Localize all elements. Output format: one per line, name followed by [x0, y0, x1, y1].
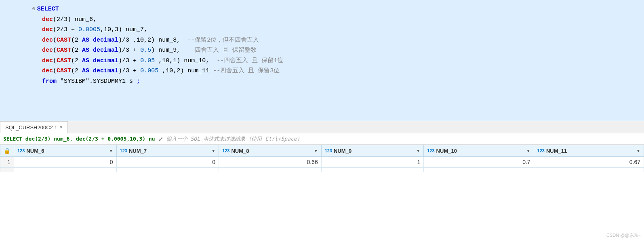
collapse-icon[interactable]: ⊖ — [32, 5, 36, 14]
code-line-8: from "SYSIBM".SYSDUMMY1 s ; — [32, 76, 644, 87]
cell-2-num8 — [219, 168, 322, 172]
watermark: CSDN @@东东~ — [606, 232, 641, 238]
results-table: 🔒 123 NUM_6 ▼ 123 NUM_7 ▼ — [0, 145, 644, 172]
fn-dec-5: dec — [42, 56, 53, 66]
result-tab[interactable]: SQL_CURSH200C2 1 × — [0, 121, 68, 133]
table-row: 1 0 0 0.66 1 0.7 0.67 — [0, 157, 644, 168]
fn-dec-3: dec — [42, 35, 53, 46]
fn-dec-6: dec — [42, 66, 53, 76]
expand-icon[interactable]: ⤢ — [158, 136, 163, 142]
cell-1-num10: 0.7 — [424, 157, 534, 168]
cell-1-num9: 1 — [321, 157, 424, 168]
lock-icon: 🔒 — [4, 147, 11, 154]
fn-cast-1: CAST — [57, 35, 71, 46]
sort-arrow-num11[interactable]: ▼ — [636, 149, 640, 153]
keyword-select: SELECT — [37, 4, 59, 15]
keyword-from: from — [42, 76, 57, 87]
row-number-2 — [0, 168, 14, 172]
cell-1-num6: 0 — [14, 157, 117, 168]
col-header-num11[interactable]: 123 NUM_11 ▼ — [534, 145, 644, 157]
table-header-row: 🔒 123 NUM_6 ▼ 123 NUM_7 ▼ — [0, 145, 644, 157]
sort-arrow-num7[interactable]: ▼ — [211, 149, 215, 153]
sql-preview-text: SELECT dec(2/3) num_6, dec(2/3 + 0.0005,… — [3, 136, 155, 142]
code-line-4: dec(CAST(2 AS decimal)/3 ,10,2) num_8, -… — [32, 35, 644, 46]
fn-dec-1: dec — [42, 15, 53, 25]
sort-arrow-num10[interactable]: ▼ — [526, 149, 530, 153]
cell-1-num7: 0 — [116, 157, 219, 168]
fn-cast-3: CAST — [57, 56, 71, 66]
cell-1-num8: 0.66 — [219, 157, 322, 168]
cell-2-num7 — [116, 168, 219, 172]
fn-cast-2: CAST — [57, 45, 71, 56]
cell-2-num11 — [534, 168, 644, 172]
table-row-empty — [0, 168, 644, 172]
code-line-5: dec(CAST(2 AS decimal)/3 + 0.5) num_9, -… — [32, 45, 644, 56]
editor-area: ⊖ SELECT dec(2/3) num_6, dec(2/3 + 0.000… — [0, 0, 644, 121]
sql-preview-bar: SELECT dec(2/3) num_6, dec(2/3 + 0.0005,… — [0, 133, 644, 145]
tab-label: SQL_CURSH200C2 1 — [5, 124, 57, 131]
code-line-6: dec(CAST(2 AS decimal)/3 + 0.05 ,10,1) n… — [32, 56, 644, 66]
tab-bar: SQL_CURSH200C2 1 × — [0, 121, 644, 133]
fn-cast-4: CAST — [57, 66, 71, 76]
row-number-1: 1 — [0, 157, 14, 168]
code-line-1: ⊖ SELECT — [32, 4, 644, 15]
sort-arrow-num8[interactable]: ▼ — [314, 149, 318, 153]
results-area: SQL_CURSH200C2 1 × SELECT dec(2/3) num_6… — [0, 121, 644, 240]
cell-2-num10 — [424, 168, 534, 172]
col-header-num7[interactable]: 123 NUM_7 ▼ — [116, 145, 219, 157]
fn-dec-2: dec — [42, 25, 53, 35]
sort-arrow-num9[interactable]: ▼ — [416, 149, 420, 153]
lock-column-header: 🔒 — [0, 145, 14, 157]
col-header-num10[interactable]: 123 NUM_10 ▼ — [424, 145, 534, 157]
code-line-3: dec(2/3 + 0.0005,10,3) num_7, — [32, 25, 644, 35]
code-line-2: dec(2/3) num_6, — [32, 15, 644, 25]
tab-close-button[interactable]: × — [60, 124, 63, 130]
sort-arrow-num6[interactable]: ▼ — [109, 149, 113, 153]
cell-2-num9 — [321, 168, 424, 172]
col-header-num6[interactable]: 123 NUM_6 ▼ — [14, 145, 117, 157]
fn-dec-4: dec — [42, 45, 53, 56]
code-line-7: dec(CAST(2 AS decimal)/3 + 0.005 ,10,2) … — [32, 66, 644, 76]
data-table-wrapper: 🔒 123 NUM_6 ▼ 123 NUM_7 ▼ — [0, 145, 644, 240]
cell-2-num6 — [14, 168, 117, 172]
col-header-num9[interactable]: 123 NUM_9 ▼ — [321, 145, 424, 157]
filter-hint: 输入一个 SQL 表达式来过滤结果 (使用 Ctrl+Space) — [166, 135, 300, 143]
col-header-num8[interactable]: 123 NUM_8 ▼ — [219, 145, 322, 157]
cell-1-num11: 0.67 — [534, 157, 644, 168]
